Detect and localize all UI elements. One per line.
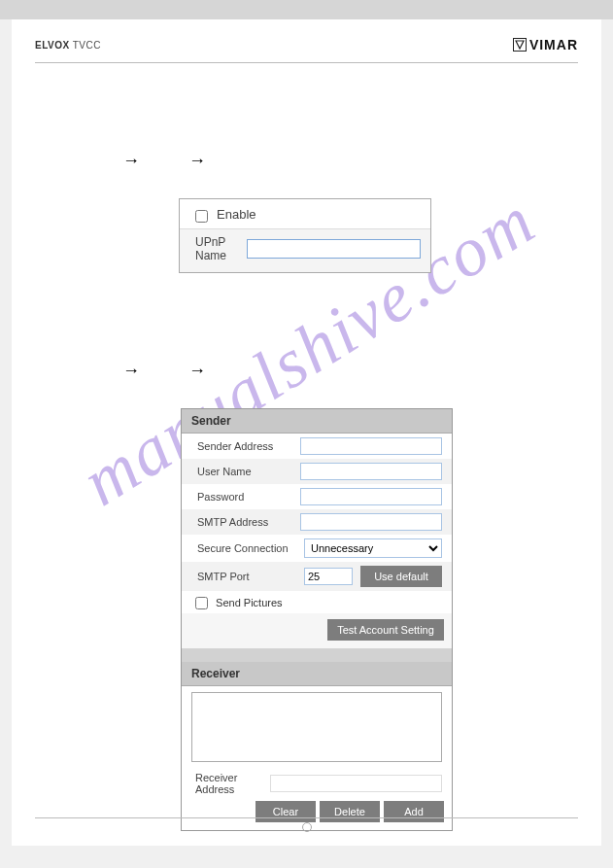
vimar-logo-icon <box>513 38 527 52</box>
upnp-enable-row: Enable <box>180 199 430 229</box>
upnp-name-label: UPnP Name <box>195 235 247 262</box>
user-name-label: User Name <box>197 466 300 477</box>
page-footer <box>35 817 578 834</box>
receiver-address-label: Receiver Address <box>195 772 270 795</box>
secure-connection-label: Secure Connection <box>197 542 304 554</box>
smtp-address-row: SMTP Address <box>182 509 452 535</box>
sender-header: Sender <box>182 409 452 434</box>
smtp-address-input[interactable] <box>300 513 442 531</box>
upnp-name-input[interactable] <box>247 239 421 259</box>
page-number <box>35 822 578 834</box>
page-content: → → Enable UPnP Name → → Sender Sender A… <box>35 63 578 831</box>
receiver-list[interactable] <box>191 692 442 762</box>
user-name-input[interactable] <box>300 463 442 480</box>
breadcrumb-arrows-2: → → <box>122 361 578 381</box>
send-pictures-label: Send Pictures <box>216 597 282 608</box>
arrow-icon: → <box>122 151 140 171</box>
receiver-header: Receiver <box>182 662 452 686</box>
smtp-port-label: SMTP Port <box>197 571 304 582</box>
arrow-icon: → <box>188 361 206 381</box>
sender-address-row: Sender Address <box>182 434 452 459</box>
footer-divider <box>35 817 578 818</box>
window-top-bar <box>0 0 613 19</box>
upnp-enable-checkbox[interactable] <box>195 210 208 223</box>
send-pictures-row: Send Pictures <box>182 591 452 614</box>
page-circle-icon <box>302 822 312 832</box>
brand-light: TVCC <box>73 40 101 51</box>
breadcrumb-arrows-1: → → <box>122 151 578 171</box>
send-pictures-checkbox[interactable] <box>195 597 208 609</box>
upnp-enable-label: Enable <box>217 207 255 222</box>
upnp-name-row: UPnP Name <box>180 229 430 272</box>
user-name-row: User Name <box>182 459 452 484</box>
panel-divider <box>182 648 452 662</box>
arrow-icon: → <box>188 151 206 171</box>
page-header: ELVOX TVCC VIMAR <box>35 37 578 60</box>
arrow-icon: → <box>122 361 140 381</box>
password-input[interactable] <box>300 488 442 505</box>
smtp-port-row: SMTP Port Use default <box>182 562 452 591</box>
upnp-panel: Enable UPnP Name <box>179 198 431 273</box>
email-config-panel: Sender Sender Address User Name Password… <box>181 408 453 832</box>
document-page: ELVOX TVCC VIMAR manualshive.com → → Ena… <box>12 19 601 846</box>
secure-connection-row: Secure Connection Unnecessary <box>182 535 452 562</box>
test-account-row: Test Account Setting <box>182 613 452 648</box>
brand-left: ELVOX TVCC <box>35 40 101 51</box>
test-account-button[interactable]: Test Account Setting <box>327 619 444 641</box>
smtp-address-label: SMTP Address <box>197 516 300 528</box>
brand-bold: ELVOX <box>35 40 70 51</box>
vimar-logo-text: VIMAR <box>529 37 578 52</box>
receiver-address-row: Receiver Address <box>182 768 452 801</box>
sender-address-label: Sender Address <box>197 440 300 452</box>
brand-right: VIMAR <box>513 37 578 52</box>
password-row: Password <box>182 484 452 509</box>
password-label: Password <box>197 491 300 503</box>
smtp-port-input[interactable] <box>304 568 353 585</box>
sender-address-input[interactable] <box>300 437 442 455</box>
secure-connection-select[interactable]: Unnecessary <box>304 538 442 558</box>
use-default-button[interactable]: Use default <box>360 566 442 587</box>
receiver-address-input[interactable] <box>270 775 442 792</box>
